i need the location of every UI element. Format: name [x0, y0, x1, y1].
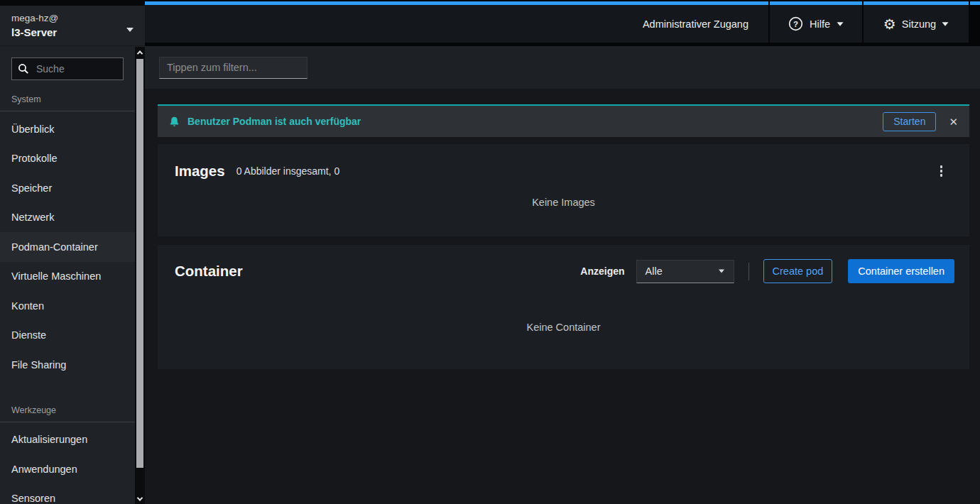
create-pod-button[interactable]: Create pod: [763, 259, 833, 283]
images-count: 0 Abbilder insgesamt, 0: [236, 165, 340, 177]
search-icon: [18, 63, 29, 75]
sidebar-item-sensoren[interactable]: Sensoren: [0, 484, 135, 504]
nav-section-label-system: System: [0, 94, 135, 104]
containers-controls: Anzeigen Alle Create pod Container erste…: [580, 259, 954, 283]
page-content: Benutzer Podman ist auch verfügbar Start…: [145, 89, 980, 504]
show-filter-label: Anzeigen: [580, 265, 624, 277]
scroll-up-button[interactable]: [135, 48, 145, 57]
nav-section-label-werkzeuge: Werkzeuge: [0, 405, 135, 415]
sidebar-item-konten[interactable]: Konten: [0, 291, 135, 321]
sidebar-scrollbar: [135, 47, 145, 504]
containers-card-header: Container Anzeigen Alle Create pod Conta…: [158, 245, 969, 283]
masthead: Administrativer Zugang ? Hilfe ⚙ Sitzung: [145, 0, 980, 46]
container-state-select[interactable]: Alle: [636, 260, 734, 283]
chevron-down-icon: [942, 22, 949, 26]
cockpit-app: mega-hz@ l3-Server System Überblick Prot…: [0, 0, 980, 504]
sidebar-search: [11, 57, 124, 80]
start-podman-button[interactable]: Starten: [883, 112, 936, 131]
masthead-end-strip: [970, 1, 980, 43]
help-menu[interactable]: ? Hilfe: [770, 1, 862, 43]
containers-card-title: Container: [175, 263, 243, 280]
scroll-down-button[interactable]: [135, 494, 145, 504]
images-card: Images 0 Abbilder insgesamt, 0 Keine Ima…: [158, 144, 969, 236]
sidebar-item-netzwerk[interactable]: Netzwerk: [0, 203, 135, 233]
kebab-menu-icon[interactable]: [936, 163, 947, 180]
sidebar-item-file-sharing[interactable]: File Sharing: [0, 350, 135, 380]
sidebar-top-strip: [0, 0, 145, 6]
select-value: Alle: [646, 265, 663, 277]
scroll-up-icon: [137, 50, 143, 56]
sidebar-item-dienste[interactable]: Dienste: [0, 321, 135, 351]
admin-access-label: Administrativer Zugang: [643, 18, 748, 30]
filter-input[interactable]: [159, 57, 307, 79]
help-icon: ?: [788, 16, 803, 31]
filter-toolbar: [145, 46, 980, 89]
host-switcher[interactable]: mega-hz@ l3-Server: [0, 6, 145, 46]
session-menu[interactable]: ⚙ Sitzung: [864, 1, 969, 43]
images-card-header: Images 0 Abbilder insgesamt, 0: [158, 144, 969, 180]
svg-text:?: ?: [793, 20, 798, 28]
images-card-title: Images: [175, 163, 225, 180]
containers-card: Container Anzeigen Alle Create pod Conta…: [158, 245, 969, 369]
containers-empty-state: Keine Container: [158, 322, 969, 333]
sidebar-item-protokolle[interactable]: Protokolle: [0, 144, 135, 174]
chevron-down-icon: [719, 270, 724, 273]
images-empty-state: Keine Images: [158, 197, 969, 208]
controls-divider: [748, 263, 749, 280]
host-name: l3-Server: [11, 26, 134, 38]
chevron-down-icon: [837, 22, 844, 26]
scroll-down-icon: [137, 495, 143, 500]
help-label: Hilfe: [810, 18, 830, 30]
sidebar-item-speicher[interactable]: Speicher: [0, 173, 135, 203]
podman-user-alert: Benutzer Podman ist auch verfügbar Start…: [158, 104, 969, 137]
alert-message: Benutzer Podman ist auch verfügbar: [187, 116, 361, 127]
chevron-down-icon: [126, 28, 134, 32]
sidebar-item-aktualisierungen[interactable]: Aktualisierungen: [0, 425, 135, 455]
sidebar-item-virtuelle-maschinen[interactable]: Virtuelle Maschinen: [0, 262, 135, 292]
sidebar: mega-hz@ l3-Server System Überblick Prot…: [0, 0, 145, 504]
gear-icon: ⚙: [883, 17, 896, 31]
host-user: mega-hz@: [11, 13, 134, 23]
sidebar-item-anwendungen[interactable]: Anwendungen: [0, 454, 135, 484]
session-label: Sitzung: [902, 18, 936, 30]
close-icon[interactable]: ✕: [949, 116, 958, 127]
admin-access-indicator: Administrativer Zugang: [145, 1, 768, 43]
sidebar-item-ueberblick[interactable]: Überblick: [0, 114, 135, 144]
nav-divider: [0, 111, 135, 111]
sidebar-item-podman-container[interactable]: Podman-Container: [0, 232, 135, 262]
nav-divider: [0, 422, 135, 422]
main-area: Administrativer Zugang ? Hilfe ⚙ Sitzung: [145, 0, 980, 504]
scrollbar-thumb[interactable]: [136, 59, 143, 468]
create-container-button[interactable]: Container erstellen: [848, 259, 954, 283]
sidebar-nav: System Überblick Protokolle Speicher Net…: [0, 47, 135, 504]
bell-icon: [169, 116, 180, 128]
